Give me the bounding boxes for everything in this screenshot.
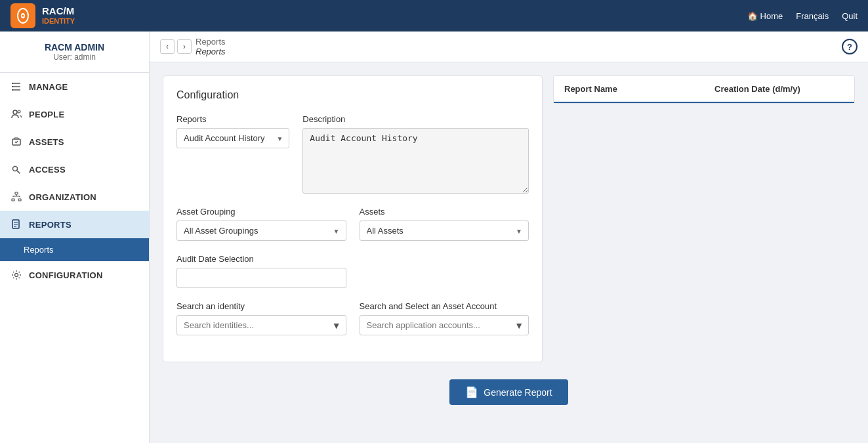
main-layout: RACM ADMIN User: admin MANAGE [0, 32, 868, 443]
content-row: Configuration Reports Audit Account Hist… [163, 75, 855, 362]
audit-date-input[interactable] [176, 268, 346, 288]
reports-icon [10, 219, 22, 230]
sidebar-subitem-reports[interactable]: Reports [0, 238, 149, 261]
logo-area: RAC/M IDENTITY [10, 3, 75, 28]
svg-point-6 [13, 110, 17, 114]
home-icon: 🏠 [747, 11, 758, 21]
sidebar-subitem-reports-label: Reports [24, 245, 54, 255]
asset-grouping-select[interactable]: All Asset Groupings [176, 221, 346, 241]
breadcrumb-nav: ‹ › Reports Reports [160, 37, 226, 56]
top-nav-right: 🏠 Home Français Quit [747, 11, 858, 21]
sidebar-user: RACM ADMIN User: admin [0, 32, 149, 73]
sidebar-item-assets-label: ASSETS [29, 137, 64, 147]
search-identity-wrapper: ▼ [176, 315, 346, 335]
assets-select[interactable]: All Assets [360, 221, 529, 241]
search-asset-input[interactable] [360, 315, 529, 335]
quit-link[interactable]: Quit [842, 11, 858, 21]
svg-rect-11 [12, 199, 14, 201]
search-identity-label: Search an identity [176, 301, 346, 311]
org-icon [10, 191, 22, 203]
home-link[interactable]: 🏠 Home [747, 11, 783, 21]
report-col-name: Report Name [554, 76, 704, 102]
logo-icon [10, 3, 35, 28]
sidebar-username: RACM ADMIN [10, 42, 138, 53]
reports-label: Reports [176, 114, 289, 124]
breadcrumb: Reports Reports [196, 37, 226, 56]
sidebar-item-access-label: ACCESS [29, 165, 66, 175]
form-row-reports: Reports Audit Account History Descriptio… [176, 114, 529, 194]
audit-date-label: Audit Date Selection [176, 254, 346, 264]
svg-point-2 [22, 15, 24, 17]
help-icon[interactable]: ? [842, 39, 858, 54]
access-icon [10, 163, 22, 175]
search-asset-label: Search and Select an Asset Account [360, 301, 529, 311]
form-group-auditdate: Audit Date Selection [176, 254, 346, 288]
asset-grouping-label: Asset Grouping [176, 207, 346, 217]
asset-grouping-select-wrapper: All Asset Groupings [176, 221, 346, 241]
sidebar: RACM ADMIN User: admin MANAGE [0, 32, 150, 443]
svg-rect-12 [18, 199, 21, 201]
sidebar-item-assets[interactable]: ASSETS [0, 128, 149, 156]
svg-point-14 [15, 274, 18, 277]
sidebar-item-manage-label: MANAGE [29, 82, 68, 92]
form-group-searchidentity: Search an identity ▼ [176, 301, 346, 335]
reports-select-wrapper: Audit Account History [176, 128, 289, 148]
form-group-reports: Reports Audit Account History [176, 114, 289, 194]
form-group-assetgrouping: Asset Grouping All Asset Groupings [176, 207, 346, 241]
sidebar-item-manage[interactable]: MANAGE [0, 73, 149, 100]
forward-arrow[interactable]: › [177, 39, 192, 54]
search-identity-input[interactable] [176, 315, 346, 335]
content-area: ‹ › Reports Reports ? Configuration [150, 32, 868, 443]
sidebar-item-config-label: CONFIGURATION [29, 270, 103, 280]
manage-icon [10, 81, 22, 93]
report-col-date: Creation Date (d/m/y) [704, 76, 854, 102]
breadcrumb-current: Reports [196, 47, 226, 56]
sidebar-item-configuration[interactable]: CONFIGURATION [0, 261, 149, 289]
form-row-date: Audit Date Selection [176, 254, 529, 288]
top-nav: RAC/M IDENTITY 🏠 Home Français Quit [0, 0, 868, 32]
config-panel: Configuration Reports Audit Account Hist… [163, 75, 543, 362]
svg-point-7 [18, 110, 20, 113]
main-content: Configuration Reports Audit Account Hist… [150, 62, 868, 443]
config-icon [10, 269, 22, 281]
sidebar-item-org[interactable]: ORGANIZATION [0, 183, 149, 211]
assets-select-wrapper: All Assets [360, 221, 529, 241]
svg-rect-3 [12, 83, 13, 84]
sidebar-item-reports-label: REPORTS [29, 220, 72, 230]
form-group-description: Description Audit Account History [302, 114, 529, 194]
generate-doc-icon: 📄 [465, 386, 478, 398]
report-table-header: Report Name Creation Date (d/m/y) [554, 76, 854, 103]
form-group-searchasset: Search and Select an Asset Account ▼ [360, 301, 529, 335]
sidebar-item-org-label: ORGANIZATION [29, 192, 96, 202]
description-label: Description [302, 114, 529, 124]
language-link[interactable]: Français [796, 11, 829, 21]
logo-text: RAC/M IDENTITY [42, 5, 75, 26]
form-row-assets: Asset Grouping All Asset Groupings Asset… [176, 207, 529, 241]
generate-report-button[interactable]: 📄 Generate Report [449, 379, 568, 405]
form-group-spacer [360, 254, 529, 288]
people-icon [10, 108, 22, 120]
search-asset-dropdown-btn[interactable]: ▼ [510, 318, 527, 333]
search-identity-dropdown-btn[interactable]: ▼ [328, 318, 345, 333]
sidebar-item-access[interactable]: ACCESS [0, 156, 149, 183]
search-asset-wrapper: ▼ [360, 315, 529, 335]
generate-row: 📄 Generate Report [163, 373, 855, 411]
breadcrumb-parent: Reports [196, 37, 226, 47]
sidebar-item-people-label: PEOPLE [29, 110, 65, 119]
assets-label: Assets [360, 207, 529, 217]
description-textarea[interactable]: Audit Account History [302, 128, 529, 194]
back-arrow[interactable]: ‹ [160, 39, 175, 54]
assets-icon [10, 136, 22, 148]
breadcrumb-arrows: ‹ › [160, 39, 192, 54]
generate-report-label: Generate Report [484, 387, 552, 398]
sidebar-item-reports[interactable]: REPORTS [0, 211, 149, 238]
sidebar-userrole: User: admin [10, 53, 138, 62]
svg-rect-5 [12, 89, 13, 91]
svg-point-9 [13, 167, 18, 171]
reports-select[interactable]: Audit Account History [176, 128, 289, 148]
sidebar-item-people[interactable]: PEOPLE [0, 100, 149, 128]
form-row-search: Search an identity ▼ Search and Select a… [176, 301, 529, 335]
report-panel: Report Name Creation Date (d/m/y) [553, 75, 855, 104]
svg-rect-4 [12, 86, 13, 87]
svg-rect-10 [15, 192, 18, 194]
